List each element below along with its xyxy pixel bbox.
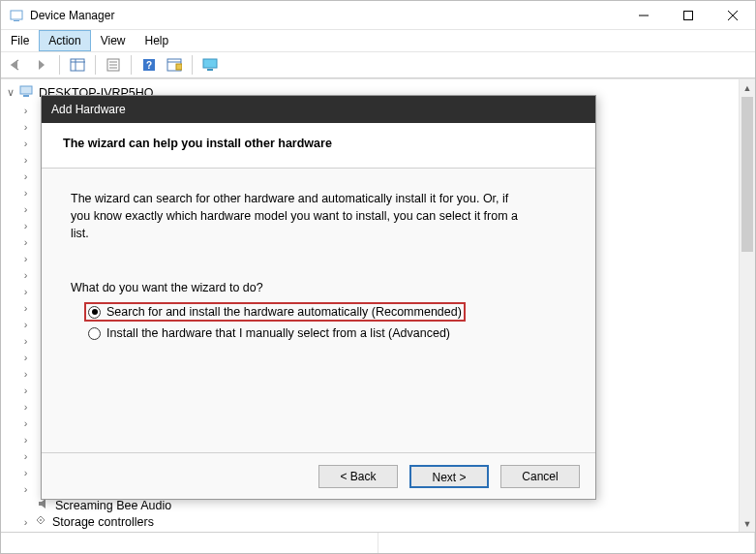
computer-icon: [19, 84, 35, 101]
expand-icon[interactable]: ›: [20, 121, 31, 133]
forward-icon[interactable]: [30, 54, 53, 76]
maximize-button[interactable]: [666, 1, 711, 30]
expand-icon[interactable]: ›: [20, 434, 31, 446]
app-icon: [9, 8, 24, 23]
dialog-title: Add Hardware: [42, 96, 595, 123]
expand-icon[interactable]: ›: [20, 302, 31, 314]
dialog-description: The wizard can search for other hardware…: [71, 190, 526, 242]
minimize-button[interactable]: [621, 1, 666, 30]
properties-icon[interactable]: [102, 54, 125, 76]
svg-rect-3: [684, 11, 693, 19]
dialog-prompt: What do you want the wizard to do?: [71, 281, 566, 294]
audio-icon: [38, 498, 51, 512]
expand-icon[interactable]: ›: [20, 483, 31, 495]
close-button[interactable]: [711, 1, 755, 30]
menu-file[interactable]: File: [1, 30, 39, 51]
scroll-thumb[interactable]: [741, 97, 753, 252]
expand-icon[interactable]: ›: [20, 269, 31, 281]
svg-rect-18: [203, 59, 217, 68]
expand-icon[interactable]: ›: [20, 203, 31, 215]
help-icon[interactable]: ?: [137, 54, 161, 76]
dialog-header: The wizard can help you install other ha…: [42, 123, 595, 169]
expand-icon[interactable]: ›: [20, 368, 31, 380]
expand-icon[interactable]: ›: [20, 138, 31, 149]
expand-icon[interactable]: ›: [20, 154, 31, 166]
expand-icon[interactable]: ›: [20, 105, 31, 116]
expand-icon[interactable]: ›: [20, 401, 31, 413]
dialog-options: Search for and install the hardware auto…: [71, 302, 566, 343]
svg-text:?: ?: [146, 60, 152, 71]
menubar: File Action View Help: [1, 30, 755, 51]
expand-icon[interactable]: ›: [20, 170, 31, 182]
show-hide-tree-icon[interactable]: [66, 54, 89, 76]
dialog-heading: The wizard can help you install other ha…: [63, 137, 574, 150]
svg-rect-19: [207, 69, 213, 71]
expand-icon[interactable]: ›: [20, 286, 31, 297]
toolbar: ?: [1, 51, 755, 78]
scroll-down-icon[interactable]: ▼: [740, 515, 755, 532]
svg-rect-21: [23, 95, 29, 97]
svg-rect-0: [11, 11, 22, 19]
storage-icon: [35, 514, 48, 529]
svg-rect-6: [71, 59, 84, 71]
back-button[interactable]: < Back: [318, 465, 398, 488]
scroll-up-icon[interactable]: ▲: [740, 79, 755, 96]
expand-icon[interactable]: ›: [20, 253, 31, 264]
titlebar: Device Manager: [1, 1, 755, 30]
expand-icon[interactable]: ›: [20, 516, 31, 528]
menu-view[interactable]: View: [91, 30, 136, 51]
tree-node-label: Screaming Bee Audio: [55, 499, 171, 512]
statusbar: [1, 532, 755, 553]
add-hardware-wizard: Add Hardware The wizard can help you ins…: [41, 95, 596, 500]
window-title: Device Manager: [30, 9, 114, 22]
radio-selected-icon[interactable]: [88, 306, 101, 319]
expand-icon[interactable]: ›: [20, 236, 31, 248]
menu-action[interactable]: Action: [39, 30, 90, 51]
svg-point-22: [40, 519, 42, 521]
next-button[interactable]: Next >: [409, 465, 489, 488]
vertical-scrollbar[interactable]: ▲ ▼: [739, 79, 755, 532]
expand-icon[interactable]: ›: [20, 467, 31, 478]
option-manual-select[interactable]: Install the hardware that I manually sel…: [84, 323, 454, 343]
option-auto-search[interactable]: Search for and install the hardware auto…: [84, 302, 466, 322]
option-label: Search for and install the hardware auto…: [106, 305, 462, 319]
menu-help[interactable]: Help: [136, 30, 179, 51]
expand-icon[interactable]: ›: [20, 220, 31, 231]
monitor-icon[interactable]: [198, 54, 222, 76]
expand-icon[interactable]: ›: [20, 187, 31, 199]
radio-unselected-icon[interactable]: [88, 327, 101, 340]
svg-rect-17: [176, 64, 182, 70]
scan-hardware-icon[interactable]: [163, 54, 186, 76]
tree-node-storage[interactable]: › Storage controllers: [20, 513, 738, 530]
collapse-icon[interactable]: ∨: [5, 86, 15, 99]
expand-icon[interactable]: ›: [20, 417, 31, 429]
expand-icon[interactable]: ›: [20, 335, 31, 347]
tree-node-label: Storage controllers: [52, 515, 154, 529]
expand-icon[interactable]: ›: [20, 450, 31, 462]
back-icon[interactable]: [5, 54, 28, 76]
svg-rect-1: [14, 20, 19, 21]
cancel-button[interactable]: Cancel: [500, 465, 580, 488]
dialog-buttons: < Back Next > Cancel: [42, 452, 595, 499]
option-label: Install the hardware that I manually sel…: [106, 326, 450, 340]
svg-rect-20: [20, 86, 32, 94]
expand-icon[interactable]: ›: [20, 385, 31, 396]
dialog-body: The wizard can search for other hardware…: [42, 169, 595, 452]
expand-icon[interactable]: ›: [20, 319, 31, 330]
expand-icon[interactable]: ›: [20, 352, 31, 363]
